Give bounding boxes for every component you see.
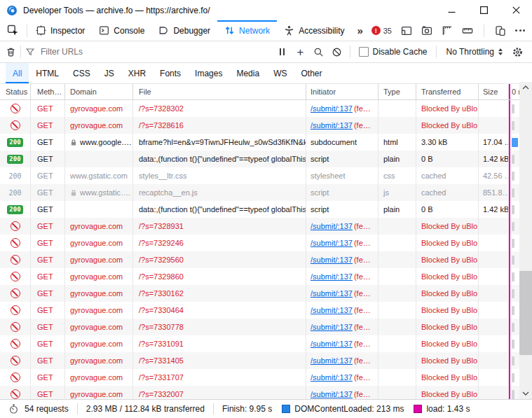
tab-console[interactable]: Console [92,20,151,41]
initiator-link[interactable]: /submit/:137 [311,289,353,298]
disable-cache-control[interactable]: Disable Cache [355,47,431,57]
initiator-link[interactable]: /submit/:137 [311,256,353,264]
transferred-cell: cached [416,167,479,184]
filter-urls-input[interactable] [39,46,203,57]
screenshot-icon[interactable] [421,25,432,36]
method-cell: GET [31,319,65,335]
console-errors-button[interactable]: ! 35 [371,26,392,35]
waterfall-cell [509,117,519,134]
rulers-icon[interactable] [442,25,453,36]
table-row[interactable]: GET gyrovague.com /?s=7329560 /submit/:1… [0,251,519,268]
initiator-link[interactable]: /submit/:137 [311,239,353,247]
filter-media[interactable]: Media [229,63,266,83]
divider [77,403,78,414]
initiator-link[interactable]: /submit/:137 [311,104,353,113]
table-row[interactable]: GET gyrovague.com /?s=7331405 /submit/:1… [0,352,519,369]
column-header-type[interactable]: Type [378,84,416,99]
domain-text: gyrovague.com [70,272,123,281]
settings-gear-icon[interactable] [508,43,526,60]
filter-html[interactable]: HTML [29,63,66,83]
column-header-initiator[interactable]: Initiator [306,84,378,99]
disable-cache-checkbox[interactable] [359,47,369,57]
table-row[interactable]: GET gyrovague.com /?s=7328302 /submit/:1… [0,100,519,117]
column-header-domain[interactable]: Domain [65,84,133,99]
table-row[interactable]: GET gyrovague.com /?s=7328931 /submit/:1… [0,218,519,235]
column-header-waterfall[interactable]: 0 m [509,84,519,99]
table-row[interactable]: 200 GET data:,(function t(){"undefined"=… [0,201,519,218]
waterfall-bar [512,188,514,197]
transferred-cell: Blocked By uBlo… [416,218,479,235]
domain-text: gyrovague.com [70,323,123,331]
tab-network[interactable]: Network [217,20,277,41]
filter-ws[interactable]: WS [266,63,294,83]
filter-images[interactable]: Images [188,63,229,83]
table-row[interactable]: GET gyrovague.com /?s=7330778 /submit/:1… [0,319,519,335]
initiator-link[interactable]: /submit/:137 [311,373,353,382]
initiator-link[interactable]: /submit/:137 [311,121,353,130]
initiator-link[interactable]: /submit/:137 [311,222,353,230]
initiator-link[interactable]: /submit/:137 [311,306,353,314]
initiator-extra: (fe… [354,340,371,348]
column-header-method[interactable]: Meth… [31,84,65,99]
filter-xhr[interactable]: XHR [121,63,153,83]
table-row[interactable]: GET gyrovague.com /?s=7329860 /submit/:1… [0,268,519,285]
domain-text: gyrovague.com [70,222,123,230]
size-cell [479,268,509,285]
measure-icon[interactable] [462,25,473,36]
scroll-down-icon[interactable] [519,388,532,399]
table-row[interactable]: GET gyrovague.com /?s=7328616 /submit/:1… [0,117,519,134]
column-header-file[interactable]: File [133,84,306,99]
pause-recording-icon[interactable] [273,43,291,60]
table-row[interactable]: 200 GET www.google…. bframe?hl=en&v=9Tiw… [0,134,519,151]
table-row[interactable]: 200 GET data:,(function t(){"undefined"=… [0,151,519,167]
console-icon [99,25,109,36]
table-row[interactable]: GET gyrovague.com /?s=7329246 /submit/:1… [0,235,519,251]
throttling-value: No Throttling [446,47,494,57]
throttling-select[interactable]: No Throttling [441,47,508,57]
initiator-link[interactable]: /submit/:137 [311,272,353,281]
more-tabs-chevron-icon[interactable]: » [351,20,368,41]
initiator-link[interactable]: /submit/:137 [311,390,353,398]
filter-css[interactable]: CSS [66,63,97,83]
initiator-link[interactable]: /submit/:137 [311,323,353,331]
filter-js[interactable]: JS [97,63,121,83]
initiator-link[interactable]: /submit/:137 [311,340,353,348]
clear-requests-trash-icon[interactable] [6,46,16,57]
close-button[interactable] [500,0,532,20]
tab-accessibility[interactable]: Accessibility [277,20,351,41]
column-header-transferred[interactable]: Transferred [416,84,479,99]
column-header-status[interactable]: Status [0,84,31,99]
search-icon[interactable] [309,43,327,60]
transferred-cell: Blocked By uBlo… [416,319,479,335]
column-header-size[interactable]: Size [479,84,509,99]
initiator-link[interactable]: /submit/:137 [311,356,353,365]
responsive-design-icon[interactable] [495,25,506,36]
table-row[interactable]: GET gyrovague.com /?s=7331707 /submit/:1… [0,369,519,386]
filter-all[interactable]: All [6,63,29,83]
table-row[interactable]: GET gyrovague.com /?s=7331091 /submit/:1… [0,335,519,352]
domcontentloaded-time[interactable]: DOMContentLoaded: 213 ms [294,404,404,414]
add-request-icon[interactable]: + [291,43,309,60]
meatball-menu-icon[interactable] [515,29,525,32]
domain-text: gyrovague.com [70,289,123,298]
scrollbar-thumb[interactable] [519,271,532,355]
table-row[interactable]: GET gyrovague.com /?s=7330162 /submit/:1… [0,285,519,302]
pick-element-button[interactable] [0,20,25,41]
size-cell: 17.04 … [479,134,509,151]
load-time[interactable]: load: 1.43 s [426,404,470,414]
tab-inspector[interactable]: Inspector [29,20,92,41]
block-requests-icon[interactable] [327,43,346,60]
timer-icon[interactable] [8,403,19,414]
table-row[interactable]: 200 GET www.gstatic…. recaptcha__en.js s… [0,184,519,201]
minimize-button[interactable] [435,0,468,20]
table-row[interactable]: 200 GET www.gstatic.com styles__ltr.css … [0,167,519,184]
vertical-scrollbar[interactable] [519,82,532,399]
table-row[interactable]: GET gyrovague.com /?s=7330464 /submit/:1… [0,302,519,319]
scroll-up-icon[interactable] [519,82,532,93]
tab-debugger[interactable]: Debugger [151,20,217,41]
maximize-button[interactable] [468,0,500,20]
waterfall-cell [509,302,519,319]
filter-other[interactable]: Other [294,63,329,83]
filter-fonts[interactable]: Fonts [153,63,188,83]
split-console-icon[interactable] [401,25,412,36]
